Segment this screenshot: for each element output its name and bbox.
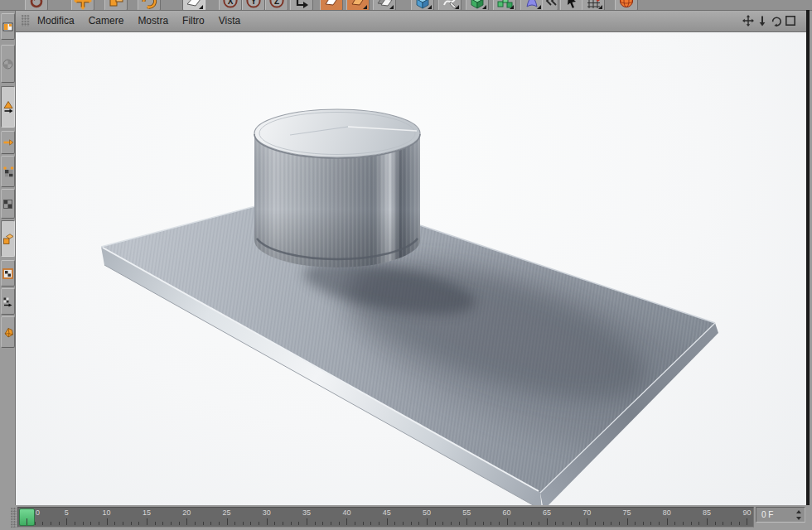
- undo-icon[interactable]: [25, 0, 48, 11]
- ruler-tick: [403, 522, 404, 525]
- ruler-tick: [459, 522, 460, 525]
- deformer-icon[interactable]: [520, 0, 544, 11]
- lock-x-axis-icon[interactable]: X: [219, 0, 242, 11]
- polygons-mode-icon[interactable]: [1, 220, 15, 257]
- render-queue-icon[interactable]: [373, 0, 396, 11]
- lock-y-axis-icon[interactable]: Y: [242, 0, 265, 11]
- pan-view-icon[interactable]: [742, 15, 754, 26]
- ruler-tick: [259, 522, 259, 525]
- ruler-tick: [114, 522, 115, 525]
- lock-z-axis-icon[interactable]: Z: [265, 0, 288, 11]
- frame-spinner[interactable]: [795, 510, 802, 520]
- viewport-canvas[interactable]: [15, 31, 806, 506]
- ruler-frame-label: 80: [663, 508, 671, 517]
- ruler-frame-label: 35: [302, 508, 311, 517]
- ruler-tick: [427, 518, 428, 525]
- ruler-tick: [195, 522, 196, 525]
- ruler-tick: [611, 522, 611, 525]
- ruler-tick: [147, 518, 147, 525]
- ruler-tick: [42, 522, 43, 525]
- frame-spinner-up-icon[interactable]: [796, 510, 801, 513]
- frame-spinner-down-icon[interactable]: [796, 517, 801, 520]
- coordinate-system-icon[interactable]: [290, 0, 313, 11]
- ruler-frame-label: 20: [182, 508, 191, 517]
- move-tool-icon[interactable]: [71, 0, 94, 11]
- ruler-tick: [59, 522, 60, 525]
- points-mode-icon[interactable]: [1, 156, 15, 187]
- toggle-layout-icon[interactable]: [785, 15, 796, 26]
- ruler-frame-label: 10: [103, 508, 111, 517]
- ruler-tick: [394, 522, 395, 525]
- frame-number-field[interactable]: 0 F: [756, 507, 805, 523]
- scale-tool-icon[interactable]: [104, 0, 128, 11]
- ruler-tick: [691, 522, 692, 525]
- menu-filtro[interactable]: Filtro: [182, 15, 205, 26]
- ruler-tick: [747, 518, 747, 525]
- make-editable-icon[interactable]: [1, 13, 15, 40]
- ruler-frame-label: 40: [342, 508, 350, 517]
- structure-edit-icon[interactable]: [582, 0, 605, 11]
- menu-vista[interactable]: Vista: [219, 15, 240, 26]
- main-toolbar: X Y Z: [0, 0, 812, 11]
- edges-mode-icon[interactable]: [1, 189, 15, 219]
- menu-modifica[interactable]: Modifica: [37, 15, 75, 26]
- render-view-icon[interactable]: [320, 0, 343, 11]
- ruler-frame-label: 30: [263, 508, 271, 517]
- dolly-view-icon[interactable]: [756, 15, 768, 26]
- viewport-menu-bar: Modifica Camere Mostra Filtro Vista: [15, 10, 806, 32]
- svg-text:Y: Y: [251, 0, 257, 6]
- texture-axis-mode-icon[interactable]: [1, 131, 15, 154]
- ruler-tick: [523, 522, 524, 525]
- selection-cursor-icon[interactable]: [560, 0, 583, 11]
- ruler-frame-label: 90: [742, 508, 751, 517]
- texture-tool-icon[interactable]: [1, 260, 15, 287]
- ruler-tick: [107, 518, 108, 525]
- ruler-tick: [739, 522, 740, 525]
- scene-arrows-icon[interactable]: [542, 0, 558, 11]
- ruler-frame-label: 15: [143, 508, 151, 517]
- ruler-tick: [571, 522, 572, 525]
- material-sphere-icon[interactable]: [615, 0, 638, 11]
- ruler-tick: [723, 522, 723, 525]
- timeline-ruler[interactable]: 051015202530354045505560657075808590: [17, 507, 754, 528]
- ruler-frame-label: 5: [65, 508, 69, 517]
- ruler-tick: [307, 518, 307, 525]
- workplane-mode-icon[interactable]: [1, 288, 15, 315]
- ruler-tick: [491, 522, 491, 525]
- menu-camere[interactable]: Camere: [89, 15, 124, 26]
- rotate-view-icon[interactable]: [771, 15, 782, 26]
- ruler-tick: [707, 518, 708, 525]
- add-spline-icon[interactable]: [438, 0, 462, 11]
- ruler-tick: [619, 522, 620, 525]
- ruler-tick: [435, 522, 436, 525]
- ruler-tick: [219, 522, 220, 525]
- menu-drag-grip[interactable]: [22, 15, 30, 26]
- snap-settings-icon[interactable]: [1, 316, 15, 348]
- cinema4d-window: X Y Z: [0, 0, 812, 530]
- ruler-tick: [627, 518, 628, 525]
- model-mode-icon[interactable]: [1, 86, 15, 128]
- ruler-tick: [411, 522, 412, 525]
- rotate-tool-icon[interactable]: [138, 0, 161, 11]
- timeline-drag-grip[interactable]: [11, 508, 17, 528]
- render-settings-icon[interactable]: [346, 0, 370, 11]
- array-generator-icon[interactable]: [493, 0, 516, 11]
- ruler-tick: [234, 522, 235, 525]
- ruler-tick: [291, 522, 292, 525]
- svg-text:Z: Z: [274, 0, 279, 6]
- active-tool-icon[interactable]: [182, 0, 205, 11]
- ruler-frame-label: 25: [222, 508, 230, 517]
- subdivision-surface-icon[interactable]: [466, 0, 489, 11]
- cylinder-object: [254, 109, 420, 267]
- ruler-tick: [138, 522, 139, 525]
- scene-render: [15, 32, 806, 505]
- ruler-tick: [475, 522, 476, 525]
- ruler-tick: [210, 522, 211, 525]
- ruler-tick: [667, 518, 668, 525]
- texture-mode-icon[interactable]: [1, 45, 15, 83]
- add-primitive-cube-icon[interactable]: [411, 0, 434, 11]
- menu-mostra[interactable]: Mostra: [138, 15, 168, 26]
- ruler-tick: [186, 518, 187, 525]
- ruler-frame-label: 50: [423, 508, 431, 517]
- ruler-tick: [370, 522, 371, 525]
